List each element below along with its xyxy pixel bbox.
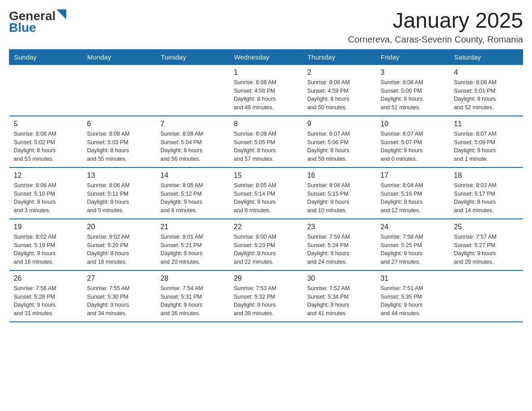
calendar-week-row: 12Sunrise: 8:06 AM Sunset: 5:10 PM Dayli… <box>9 167 523 219</box>
day-number: 4 <box>454 68 519 77</box>
day-info: Sunrise: 8:08 AM Sunset: 5:03 PM Dayligh… <box>87 130 151 163</box>
day-info: Sunrise: 7:56 AM Sunset: 5:28 PM Dayligh… <box>14 284 78 318</box>
calendar-cell: 4Sunrise: 8:08 AM Sunset: 5:01 PM Daylig… <box>450 64 523 116</box>
day-number: 18 <box>454 171 519 180</box>
calendar-cell: 20Sunrise: 8:02 AM Sunset: 5:20 PM Dayli… <box>82 219 156 270</box>
day-number: 11 <box>454 120 519 128</box>
day-info: Sunrise: 8:08 AM Sunset: 4:59 PM Dayligh… <box>307 78 372 112</box>
day-info: Sunrise: 8:08 AM Sunset: 4:58 PM Dayligh… <box>234 78 298 112</box>
day-number: 29 <box>234 274 298 283</box>
day-number: 6 <box>87 120 151 128</box>
day-info: Sunrise: 7:58 AM Sunset: 5:25 PM Dayligh… <box>381 233 445 266</box>
day-info: Sunrise: 8:02 AM Sunset: 5:20 PM Dayligh… <box>87 233 151 266</box>
header-wednesday: Wednesday <box>229 49 303 64</box>
title-section: January 2025 Cornereva, Caras-Severin Co… <box>348 9 523 45</box>
day-info: Sunrise: 8:07 AM Sunset: 5:09 PM Dayligh… <box>454 130 519 163</box>
calendar-week-row: 19Sunrise: 8:02 AM Sunset: 5:19 PM Dayli… <box>9 219 523 270</box>
day-info: Sunrise: 8:03 AM Sunset: 5:17 PM Dayligh… <box>454 181 519 215</box>
calendar-cell: 1Sunrise: 8:08 AM Sunset: 4:58 PM Daylig… <box>229 64 303 116</box>
day-info: Sunrise: 8:07 AM Sunset: 5:07 PM Dayligh… <box>381 130 445 163</box>
calendar-cell: 18Sunrise: 8:03 AM Sunset: 5:17 PM Dayli… <box>450 167 523 219</box>
day-info: Sunrise: 8:06 AM Sunset: 5:11 PM Dayligh… <box>87 181 151 215</box>
calendar-cell: 24Sunrise: 7:58 AM Sunset: 5:25 PM Dayli… <box>376 219 450 270</box>
day-info: Sunrise: 7:59 AM Sunset: 5:24 PM Dayligh… <box>307 233 372 266</box>
day-number: 9 <box>307 120 372 128</box>
day-info: Sunrise: 8:08 AM Sunset: 5:02 PM Dayligh… <box>14 130 78 163</box>
calendar-cell <box>9 64 83 116</box>
header-thursday: Thursday <box>303 49 376 64</box>
calendar-table: Sunday Monday Tuesday Wednesday Thursday… <box>9 49 523 322</box>
header-monday: Monday <box>82 49 156 64</box>
calendar-cell: 3Sunrise: 8:08 AM Sunset: 5:00 PM Daylig… <box>376 64 450 116</box>
day-info: Sunrise: 7:51 AM Sunset: 5:35 PM Dayligh… <box>381 284 445 318</box>
header-friday: Friday <box>376 49 450 64</box>
calendar-cell: 25Sunrise: 7:57 AM Sunset: 5:27 PM Dayli… <box>450 219 523 270</box>
day-info: Sunrise: 8:02 AM Sunset: 5:19 PM Dayligh… <box>14 233 78 266</box>
calendar-cell: 16Sunrise: 8:04 AM Sunset: 5:15 PM Dayli… <box>303 167 376 219</box>
day-number: 14 <box>160 171 225 180</box>
calendar-cell: 27Sunrise: 7:55 AM Sunset: 5:30 PM Dayli… <box>82 270 156 322</box>
day-number: 17 <box>381 171 445 180</box>
day-info: Sunrise: 8:05 AM Sunset: 5:12 PM Dayligh… <box>160 181 225 215</box>
day-number: 23 <box>307 223 372 231</box>
day-number: 19 <box>14 223 78 231</box>
calendar-cell: 11Sunrise: 8:07 AM Sunset: 5:09 PM Dayli… <box>450 116 523 167</box>
day-number: 31 <box>381 274 445 283</box>
calendar-cell: 8Sunrise: 8:08 AM Sunset: 5:05 PM Daylig… <box>229 116 303 167</box>
calendar-cell: 5Sunrise: 8:08 AM Sunset: 5:02 PM Daylig… <box>9 116 83 167</box>
calendar-cell: 12Sunrise: 8:06 AM Sunset: 5:10 PM Dayli… <box>9 167 83 219</box>
day-number: 25 <box>454 223 519 231</box>
logo-icon <box>56 9 66 19</box>
day-info: Sunrise: 8:08 AM Sunset: 5:04 PM Dayligh… <box>160 130 225 163</box>
day-info: Sunrise: 8:00 AM Sunset: 5:23 PM Dayligh… <box>234 233 298 266</box>
calendar-cell: 21Sunrise: 8:01 AM Sunset: 5:21 PM Dayli… <box>156 219 229 270</box>
header-saturday: Saturday <box>450 49 523 64</box>
calendar-cell: 13Sunrise: 8:06 AM Sunset: 5:11 PM Dayli… <box>82 167 156 219</box>
logo-blue: Blue <box>9 21 36 35</box>
day-number: 13 <box>87 171 151 180</box>
day-info: Sunrise: 7:57 AM Sunset: 5:27 PM Dayligh… <box>454 233 519 266</box>
day-number: 15 <box>234 171 298 180</box>
header-tuesday: Tuesday <box>156 49 229 64</box>
weekday-header-row: Sunday Monday Tuesday Wednesday Thursday… <box>9 49 523 64</box>
calendar-cell: 29Sunrise: 7:53 AM Sunset: 5:32 PM Dayli… <box>229 270 303 322</box>
day-number: 1 <box>234 68 298 77</box>
day-number: 2 <box>307 68 372 77</box>
calendar-cell: 9Sunrise: 8:07 AM Sunset: 5:06 PM Daylig… <box>303 116 376 167</box>
day-number: 8 <box>234 120 298 128</box>
calendar-week-row: 5Sunrise: 8:08 AM Sunset: 5:02 PM Daylig… <box>9 116 523 167</box>
calendar-cell: 10Sunrise: 8:07 AM Sunset: 5:07 PM Dayli… <box>376 116 450 167</box>
calendar-cell: 14Sunrise: 8:05 AM Sunset: 5:12 PM Dayli… <box>156 167 229 219</box>
day-info: Sunrise: 8:06 AM Sunset: 5:10 PM Dayligh… <box>14 181 78 215</box>
calendar-cell: 31Sunrise: 7:51 AM Sunset: 5:35 PM Dayli… <box>376 270 450 322</box>
day-info: Sunrise: 8:01 AM Sunset: 5:21 PM Dayligh… <box>160 233 225 266</box>
calendar-cell <box>156 64 229 116</box>
day-number: 10 <box>381 120 445 128</box>
day-number: 20 <box>87 223 151 231</box>
day-info: Sunrise: 7:53 AM Sunset: 5:32 PM Dayligh… <box>234 284 298 318</box>
day-number: 5 <box>14 120 78 128</box>
day-number: 3 <box>381 68 445 77</box>
day-number: 16 <box>307 171 372 180</box>
day-number: 26 <box>14 274 78 283</box>
day-number: 30 <box>307 274 372 283</box>
calendar-cell: 2Sunrise: 8:08 AM Sunset: 4:59 PM Daylig… <box>303 64 376 116</box>
day-info: Sunrise: 8:08 AM Sunset: 5:00 PM Dayligh… <box>381 78 445 112</box>
day-info: Sunrise: 8:04 AM Sunset: 5:15 PM Dayligh… <box>307 181 372 215</box>
day-number: 7 <box>160 120 225 128</box>
calendar-cell: 7Sunrise: 8:08 AM Sunset: 5:04 PM Daylig… <box>156 116 229 167</box>
calendar-cell: 22Sunrise: 8:00 AM Sunset: 5:23 PM Dayli… <box>229 219 303 270</box>
calendar-week-row: 1Sunrise: 8:08 AM Sunset: 4:58 PM Daylig… <box>9 64 523 116</box>
calendar-cell: 6Sunrise: 8:08 AM Sunset: 5:03 PM Daylig… <box>82 116 156 167</box>
calendar-week-row: 26Sunrise: 7:56 AM Sunset: 5:28 PM Dayli… <box>9 270 523 322</box>
svg-marker-0 <box>56 9 66 19</box>
calendar-cell: 23Sunrise: 7:59 AM Sunset: 5:24 PM Dayli… <box>303 219 376 270</box>
day-info: Sunrise: 8:07 AM Sunset: 5:06 PM Dayligh… <box>307 130 372 163</box>
day-info: Sunrise: 7:52 AM Sunset: 5:34 PM Dayligh… <box>307 284 372 318</box>
day-info: Sunrise: 8:08 AM Sunset: 5:01 PM Dayligh… <box>454 78 519 112</box>
day-number: 27 <box>87 274 151 283</box>
calendar-cell: 28Sunrise: 7:54 AM Sunset: 5:31 PM Dayli… <box>156 270 229 322</box>
day-info: Sunrise: 8:05 AM Sunset: 5:14 PM Dayligh… <box>234 181 298 215</box>
logo: General Blue <box>9 9 66 35</box>
day-info: Sunrise: 8:08 AM Sunset: 5:05 PM Dayligh… <box>234 130 298 163</box>
